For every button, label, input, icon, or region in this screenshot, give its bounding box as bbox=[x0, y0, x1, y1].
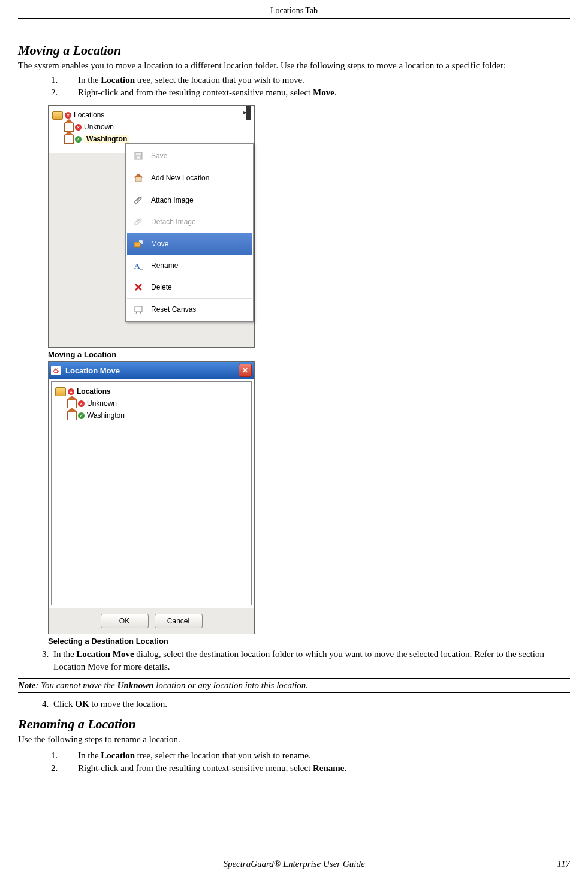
menu-label: Reset Canvas bbox=[151, 305, 196, 314]
tree-label: Washington bbox=[87, 411, 125, 420]
menu-label: Delete bbox=[151, 283, 172, 291]
moving-step-1: In the Location tree, select the locatio… bbox=[60, 74, 570, 86]
renaming-step-1: In the Location tree, select the locatio… bbox=[60, 749, 570, 762]
menu-item-reset-canvas[interactable]: Reset Canvas bbox=[127, 299, 252, 320]
menu-item-add-new-location[interactable]: Add New Location bbox=[127, 167, 252, 189]
ok-button[interactable]: OK bbox=[101, 614, 149, 628]
save-icon bbox=[132, 151, 145, 161]
status-ok-icon: ✓ bbox=[78, 412, 85, 419]
house-icon bbox=[67, 399, 77, 408]
dialog-title: Location Move bbox=[65, 366, 120, 375]
renaming-steps: In the Location tree, select the locatio… bbox=[18, 749, 570, 775]
move-folder-icon bbox=[132, 239, 145, 249]
heading-moving-location: Moving a Location bbox=[18, 43, 570, 58]
folder-icon bbox=[55, 387, 66, 396]
status-error-icon: × bbox=[65, 112, 71, 119]
dialog-button-bar: OK Cancel bbox=[49, 608, 254, 634]
page-number: 117 bbox=[540, 859, 570, 869]
context-menu: Save Add New Location Attach Image bbox=[125, 143, 254, 322]
svg-rect-1 bbox=[136, 153, 141, 155]
panel-divider-handle[interactable] bbox=[246, 106, 251, 120]
menu-item-delete[interactable]: Delete bbox=[127, 276, 252, 298]
paperclip-off-icon bbox=[132, 217, 145, 227]
menu-label: Rename bbox=[151, 261, 178, 270]
cancel-button[interactable]: Cancel bbox=[155, 614, 203, 628]
tree-root-locations[interactable]: × Locations bbox=[52, 109, 251, 121]
tree-label: Unknown bbox=[87, 399, 117, 408]
moving-steps-final: Click OK to move the location. bbox=[18, 698, 570, 710]
menu-item-move[interactable]: Move bbox=[127, 233, 252, 255]
tree-label: Unknown bbox=[84, 123, 114, 131]
menu-label: Move bbox=[151, 240, 168, 248]
menu-label: Detach Image bbox=[151, 218, 196, 226]
moving-step-4: Click OK to move the location. bbox=[51, 698, 570, 710]
dialog-tree-panel: × Locations × Unknown ✓ Washington bbox=[51, 381, 252, 605]
tree-item-washington[interactable]: ✓ Washington bbox=[55, 409, 248, 421]
svg-rect-5 bbox=[134, 242, 140, 247]
java-icon: ♨ bbox=[51, 366, 61, 375]
tree-label: Locations bbox=[77, 387, 111, 396]
house-icon bbox=[67, 411, 77, 420]
paperclip-icon bbox=[132, 195, 145, 205]
moving-steps: In the Location tree, select the locatio… bbox=[18, 74, 570, 99]
status-error-icon: × bbox=[75, 124, 82, 131]
tree-item-unknown[interactable]: × Unknown bbox=[52, 121, 251, 133]
house-icon bbox=[64, 135, 74, 144]
moving-steps-cont: In the Location Move dialog, select the … bbox=[18, 648, 570, 673]
svg-rect-2 bbox=[137, 156, 140, 159]
screenshot-location-move-dialog: ♨ Location Move ✕ × Locations × Unknown … bbox=[48, 361, 255, 634]
renaming-intro: Use the following steps to rename a loca… bbox=[18, 733, 570, 745]
house-icon bbox=[64, 123, 74, 132]
running-header: Locations Tab bbox=[18, 6, 570, 19]
moving-step-3: In the Location Move dialog, select the … bbox=[51, 648, 570, 673]
moving-intro: The system enables you to move a locatio… bbox=[18, 59, 570, 71]
note-block: Note: You cannot move the Unknown locati… bbox=[18, 678, 570, 693]
tree-label-selected: Washington bbox=[84, 135, 129, 143]
delete-icon bbox=[132, 282, 145, 292]
canvas-icon bbox=[132, 305, 145, 314]
menu-item-attach-image[interactable]: Attach Image bbox=[127, 189, 252, 211]
tree-label: Locations bbox=[74, 111, 104, 119]
tree-item-unknown[interactable]: × Unknown bbox=[55, 397, 248, 409]
status-ok-icon: ✓ bbox=[75, 136, 82, 143]
renaming-step-2: Right-click and from the resulting conte… bbox=[60, 762, 570, 775]
footer-title: SpectraGuard® Enterprise User Guide bbox=[48, 859, 540, 869]
status-error-icon: × bbox=[78, 400, 85, 407]
page-footer: SpectraGuard® Enterprise User Guide 117 bbox=[18, 857, 570, 869]
heading-renaming-location: Renaming a Location bbox=[18, 716, 570, 732]
menu-label: Attach Image bbox=[151, 196, 194, 204]
menu-label: Add New Location bbox=[151, 174, 209, 182]
caption-selecting-destination: Selecting a Destination Location bbox=[48, 637, 570, 646]
menu-item-rename[interactable]: A Rename bbox=[127, 255, 252, 276]
caption-moving: Moving a Location bbox=[48, 350, 570, 359]
house-plus-icon bbox=[132, 173, 145, 183]
status-error-icon: × bbox=[68, 388, 74, 395]
moving-step-2: Right-click and from the resulting conte… bbox=[60, 86, 570, 99]
svg-text:A: A bbox=[134, 261, 140, 270]
menu-item-detach-image: Detach Image bbox=[127, 211, 252, 233]
note-label: Note bbox=[18, 680, 35, 690]
tree-root-locations[interactable]: × Locations bbox=[55, 385, 248, 397]
close-button[interactable]: ✕ bbox=[239, 364, 252, 377]
svg-marker-4 bbox=[134, 174, 143, 177]
menu-label: Save bbox=[151, 152, 167, 160]
rename-icon: A bbox=[132, 261, 145, 270]
folder-icon bbox=[52, 111, 63, 120]
screenshot-context-menu: × Locations × Unknown ✓ Washington Save bbox=[48, 105, 255, 348]
svg-rect-10 bbox=[135, 306, 142, 312]
menu-item-save: Save bbox=[127, 145, 252, 167]
dialog-titlebar: ♨ Location Move ✕ bbox=[49, 362, 254, 379]
